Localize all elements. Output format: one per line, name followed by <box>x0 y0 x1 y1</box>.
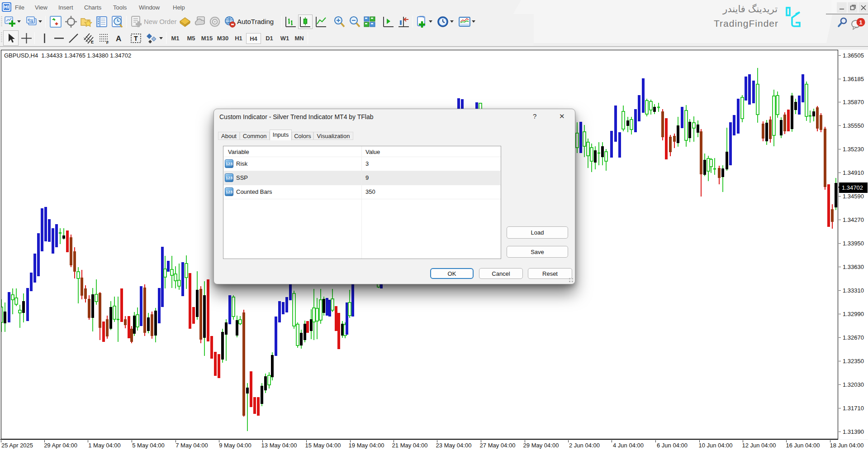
svg-text:T: T <box>134 35 138 42</box>
svg-text:E: E <box>91 40 94 44</box>
svg-text:F: F <box>106 40 109 44</box>
